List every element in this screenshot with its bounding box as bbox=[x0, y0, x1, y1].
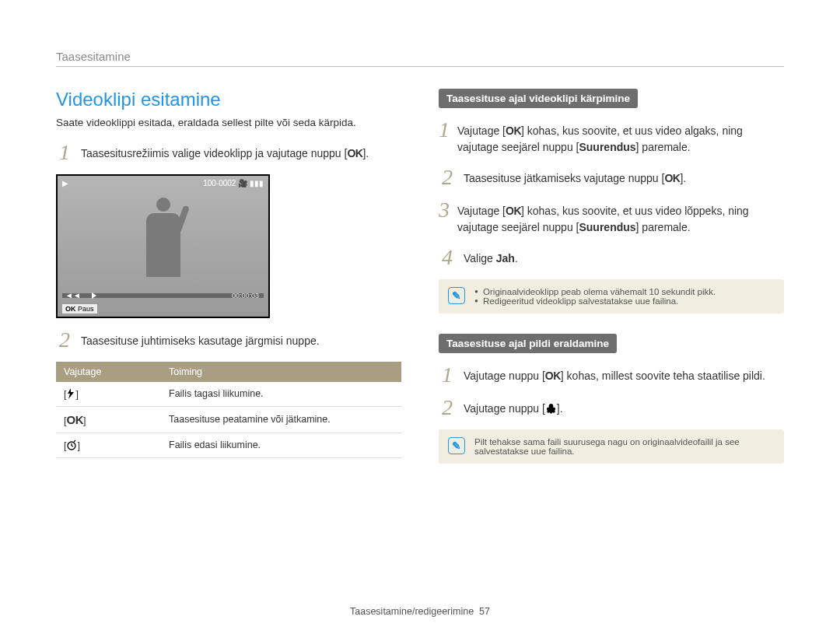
capture-step-2: 2 Vajutage nuppu []. bbox=[439, 397, 784, 419]
movie-icon: 🎥 bbox=[238, 179, 250, 187]
step-number: 1 bbox=[56, 142, 73, 163]
trim-step-3: 3 Vajutage [OK] kohas, kus soovite, et u… bbox=[439, 199, 784, 236]
trim-step-1: 1 Vajutage [OK] kohas, kus soovite, et u… bbox=[439, 119, 784, 156]
breadcrumb: Taasesitamine bbox=[56, 50, 784, 67]
file-counter: 100-0002 bbox=[203, 179, 236, 187]
note-icon: ✎ bbox=[448, 437, 465, 454]
step-number: 4 bbox=[439, 247, 456, 268]
right-column: Taasesituse ajal videoklipi kärpimine 1 … bbox=[439, 89, 784, 484]
capture-step-1: 1 Vajutage nuppu [OK] kohas, millest soo… bbox=[439, 364, 784, 386]
step-number: 2 bbox=[439, 397, 456, 419]
trim-step-2: 2 Taasesituse jätkamiseks vajutage nuppu… bbox=[439, 166, 784, 188]
step-text: Valige Jah. bbox=[464, 247, 518, 268]
section-heading: Videoklipi esitamine bbox=[56, 89, 401, 110]
step-number: 2 bbox=[439, 166, 456, 188]
elapsed-time: 00:00:03 bbox=[232, 292, 259, 299]
left-column: Videoklipi esitamine Saate videoklippi e… bbox=[56, 89, 401, 484]
step-2: 2 Taasesituse juhtimiseks kasutage järgm… bbox=[56, 329, 401, 351]
flash-icon bbox=[66, 388, 75, 399]
play-icon bbox=[92, 292, 96, 299]
step-text: Taasesitusrežiimis valige videoklipp ja … bbox=[81, 142, 369, 163]
table-header: Vajutage bbox=[56, 362, 161, 382]
ok-icon: OK bbox=[347, 145, 362, 162]
screen-hint: OK Paus bbox=[62, 304, 97, 313]
ok-icon: OK bbox=[506, 123, 521, 139]
step-1: 1 Taasesitusrežiimis valige videoklipp j… bbox=[56, 142, 401, 163]
progress-bar: ◄◄ 00:00:03 bbox=[62, 293, 264, 298]
step-number: 1 bbox=[439, 364, 456, 386]
screen-statusbar: ▶ 100-0002 🎥 ▮▮▮ bbox=[62, 179, 264, 187]
step-text: Vajutage [OK] kohas, kus soovite, et uus… bbox=[457, 199, 784, 236]
macro-icon bbox=[545, 403, 557, 414]
note-icon: ✎ bbox=[448, 287, 465, 304]
note-box: ✎ Originaalvideoklipp peab olema vähemal… bbox=[439, 279, 784, 313]
ok-icon: OK bbox=[664, 170, 680, 187]
subsection-heading: Taasesituse ajal videoklipi kärpimine bbox=[439, 89, 638, 108]
button-cell: [] bbox=[56, 382, 161, 407]
desc-cell: Failis edasi liikumine. bbox=[161, 433, 401, 457]
step-text: Taasesituse jätkamiseks vajutage nuppu [… bbox=[464, 166, 686, 188]
silhouette-figure bbox=[136, 198, 191, 283]
rewind-icon: ◄◄ bbox=[65, 291, 81, 299]
button-cell: [] bbox=[56, 433, 161, 457]
subsection-heading: Taasesituse ajal pildi eraldamine bbox=[439, 334, 617, 353]
step-text: Vajutage nuppu [OK] kohas, millest soovi… bbox=[464, 364, 765, 386]
step-number: 2 bbox=[56, 329, 73, 351]
table-row: [] Failis edasi liikumine. bbox=[56, 433, 401, 457]
video-screen-preview: ▶ 100-0002 🎥 ▮▮▮ ◄◄ 00:00:03 OK bbox=[56, 174, 270, 318]
note-text: Pilt tehakse sama faili suurusega nagu o… bbox=[474, 437, 775, 456]
battery-icon: ▮▮▮ bbox=[250, 179, 264, 187]
trim-step-4: 4 Valige Jah. bbox=[439, 247, 784, 268]
button-cell: [OK] bbox=[56, 406, 161, 433]
ok-icon: OK bbox=[506, 203, 521, 219]
ok-icon: OK bbox=[545, 368, 561, 384]
play-mode-icon: ▶ bbox=[62, 179, 68, 187]
step-text: Taasesituse juhtimiseks kasutage järgmis… bbox=[81, 329, 320, 351]
table-header: Toiming bbox=[161, 362, 401, 382]
step-text: Vajutage nuppu []. bbox=[464, 397, 563, 419]
controls-table: Vajutage Toiming [] Failis tagasi liikum… bbox=[56, 362, 401, 458]
desc-cell: Taasesituse peatamine või jätkamine. bbox=[161, 406, 401, 433]
note-item: Redigeeritud videoklipp salvestatakse uu… bbox=[474, 296, 716, 306]
intro-text: Saate videoklippi esitada, eraldada sell… bbox=[56, 115, 401, 131]
timer-icon bbox=[66, 440, 77, 450]
ok-icon: OK bbox=[66, 413, 83, 426]
note-box: ✎ Pilt tehakse sama faili suurusega nagu… bbox=[439, 429, 784, 464]
step-number: 1 bbox=[439, 119, 450, 156]
ok-icon: OK bbox=[65, 305, 76, 313]
page-footer: Taasesitamine/redigeerimine 57 bbox=[0, 606, 840, 617]
table-row: [] Failis tagasi liikumine. bbox=[56, 382, 401, 407]
step-number: 3 bbox=[439, 199, 450, 236]
step-text: Vajutage [OK] kohas, kus soovite, et uus… bbox=[457, 119, 784, 156]
desc-cell: Failis tagasi liikumine. bbox=[161, 382, 401, 407]
note-item: Originaalvideoklipp peab olema vähemalt … bbox=[474, 287, 716, 296]
table-row: [OK] Taasesituse peatamine või jätkamine… bbox=[56, 406, 401, 433]
